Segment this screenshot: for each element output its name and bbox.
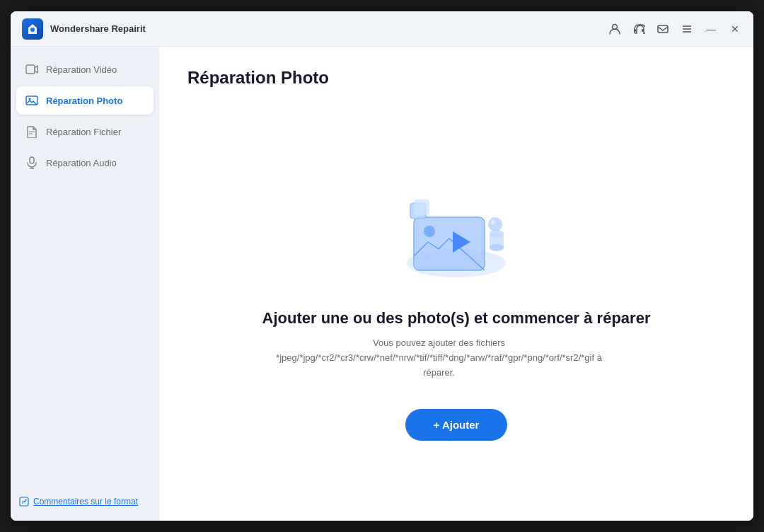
sidebar-item-audio-label: Réparation Audio — [46, 158, 117, 168]
sidebar-item-audio[interactable]: Réparation Audio — [16, 149, 154, 177]
svg-point-20 — [424, 226, 435, 237]
user-icon[interactable] — [608, 22, 622, 36]
cta-subtitle: Vous pouvez ajouter des fichiers *jpeg/*… — [262, 336, 616, 380]
svg-rect-3 — [642, 29, 644, 32]
titlebar-right: — ✕ — [608, 22, 742, 36]
svg-rect-18 — [414, 217, 485, 270]
page-title: Réparation Photo — [187, 68, 725, 88]
illustration-area: Ajouter une ou des photo(s) et commencer… — [262, 102, 651, 499]
svg-rect-13 — [30, 157, 34, 163]
app-title: Wondershare Repairit — [50, 23, 146, 34]
main-content: Réparation Photo — [159, 47, 753, 521]
cta-title: Ajouter une ou des photo(s) et commencer… — [262, 309, 651, 328]
feedback-link[interactable]: Commentaires sur le format — [19, 497, 151, 507]
svg-point-28 — [488, 217, 502, 231]
cta-text: Ajouter une ou des photo(s) et commencer… — [262, 309, 651, 380]
file-icon — [25, 125, 39, 139]
sidebar-item-video-label: Réparation Vidéo — [46, 64, 117, 75]
content-area: Réparation Vidéo Réparation Photo — [11, 47, 753, 521]
svg-point-29 — [491, 220, 495, 224]
feedback-link-label: Commentaires sur le format — [33, 497, 138, 507]
app-logo — [22, 18, 43, 40]
svg-rect-4 — [658, 25, 668, 33]
titlebar: Wondershare Repairit — [11, 11, 753, 47]
sidebar-bottom: Commentaires sur le format — [16, 491, 154, 512]
sidebar: Réparation Vidéo Réparation Photo — [11, 47, 159, 521]
svg-rect-23 — [414, 200, 429, 215]
svg-point-26 — [490, 244, 504, 251]
svg-point-10 — [29, 98, 31, 100]
mail-icon[interactable] — [656, 22, 670, 36]
add-button[interactable]: + Ajouter — [405, 409, 508, 441]
svg-rect-8 — [26, 65, 35, 74]
svg-point-0 — [30, 28, 35, 32]
sidebar-item-photo-label: Réparation Photo — [46, 96, 122, 106]
app-window: Wondershare Repairit — [11, 11, 753, 521]
video-icon — [25, 62, 39, 76]
close-button[interactable]: ✕ — [728, 22, 742, 36]
sidebar-item-photo[interactable]: Réparation Photo — [16, 86, 154, 115]
main-header: Réparation Photo — [187, 68, 725, 88]
headset-icon[interactable] — [632, 22, 646, 36]
svg-rect-2 — [634, 29, 636, 32]
sidebar-item-file[interactable]: Réparation Fichier — [16, 117, 154, 146]
sidebar-item-video[interactable]: Réparation Vidéo — [16, 55, 154, 83]
audio-icon — [25, 156, 39, 170]
minimize-button[interactable]: — — [704, 22, 718, 36]
illustration — [386, 161, 527, 288]
menu-icon[interactable] — [680, 22, 694, 36]
sidebar-item-file-label: Réparation Fichier — [46, 127, 121, 137]
titlebar-left: Wondershare Repairit — [22, 18, 146, 40]
photo-icon — [25, 93, 39, 108]
